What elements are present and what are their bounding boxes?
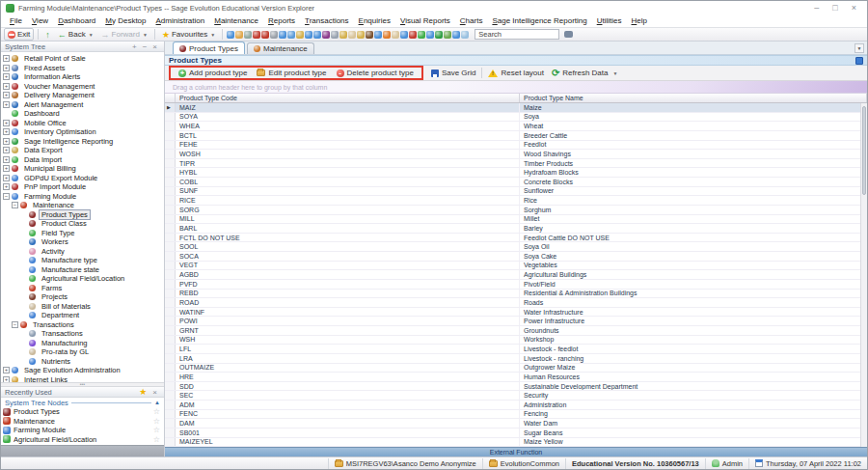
tree-expander-icon[interactable]: + xyxy=(3,165,10,172)
table-row[interactable]: ROAD Roads xyxy=(165,298,860,308)
quick-launch-icon[interactable] xyxy=(244,31,252,39)
table-row[interactable]: BARL Barley xyxy=(165,224,860,234)
table-row[interactable]: WHEA Wheat xyxy=(165,122,860,131)
quick-launch-icon[interactable] xyxy=(287,31,295,39)
vertical-scrollbar[interactable] xyxy=(860,103,867,447)
quick-launch-icon[interactable] xyxy=(444,31,451,39)
quick-launch-icon[interactable] xyxy=(279,31,286,39)
table-row[interactable]: MAIZEYEL Maize Yellow xyxy=(165,438,860,448)
table-row[interactable]: SUNF Sunflower xyxy=(165,187,860,197)
quick-launch-icon[interactable] xyxy=(383,31,391,39)
recently-used-item[interactable]: Farming Module ☆ xyxy=(1,426,164,435)
menu-item[interactable]: Help xyxy=(627,16,652,25)
quick-launch-icon[interactable] xyxy=(305,31,312,39)
quick-launch-icon[interactable] xyxy=(409,31,417,39)
quick-launch-icon[interactable] xyxy=(400,31,408,39)
table-row[interactable]: REBD Residential & Administration Buildi… xyxy=(165,290,860,299)
column-header-name[interactable]: Product Type Name xyxy=(520,94,867,102)
tree-item[interactable]: Field Type xyxy=(1,229,164,238)
tree-item[interactable]: Pro-rata by GL xyxy=(1,347,164,357)
maximize-button[interactable]: □ xyxy=(832,4,837,13)
tree-item[interactable]: Product Class xyxy=(1,219,164,229)
menu-item[interactable]: Charts xyxy=(455,16,488,25)
table-row[interactable]: BCTL Breeder Cattle xyxy=(165,131,860,141)
recently-used-item[interactable]: Agricultural Field/Location ☆ xyxy=(1,435,164,445)
table-row[interactable]: FEHE Feedlot xyxy=(165,141,860,151)
quick-launch-icon[interactable] xyxy=(392,31,399,39)
quick-launch-icon[interactable] xyxy=(235,31,243,39)
table-row[interactable]: TIPR Timber Products xyxy=(165,159,860,169)
table-row[interactable]: HYBL Hydrafoam Blocks xyxy=(165,168,860,178)
tree-expander-icon[interactable]: + xyxy=(3,92,10,98)
group-by-drop-zone[interactable]: Drag a column header here to group by th… xyxy=(165,81,867,94)
table-row[interactable]: WSH Workshop xyxy=(165,336,860,346)
recently-used-item[interactable]: Maintenance ☆ xyxy=(1,417,164,427)
quick-launch-icon[interactable] xyxy=(339,31,347,39)
menu-item[interactable]: Reports xyxy=(263,16,300,25)
table-row[interactable]: MAIZ Maize xyxy=(165,103,860,113)
tree-expander-icon[interactable]: − xyxy=(12,321,18,328)
quick-launch-icon[interactable] xyxy=(452,31,460,39)
tree-expander-icon[interactable]: + xyxy=(3,156,10,163)
tab-list-dropdown-button[interactable]: ▼ xyxy=(854,43,864,53)
tree-item[interactable]: − Farming Module xyxy=(1,192,164,202)
tree-expander-icon[interactable]: + xyxy=(3,147,10,153)
tree-expander-icon[interactable]: + xyxy=(3,73,10,80)
tree-item[interactable]: Department xyxy=(1,311,164,320)
quick-launch-icon[interactable] xyxy=(374,31,382,39)
quick-launch-icon[interactable] xyxy=(322,31,330,39)
tree-expander-icon[interactable]: + xyxy=(3,101,10,108)
table-row[interactable]: PVFD Pivot/Field xyxy=(165,280,860,290)
table-row[interactable]: RICE Rice xyxy=(165,196,860,206)
quick-launch-icon[interactable] xyxy=(270,31,278,39)
refresh-data-button[interactable]: ⟳ Refresh Data xyxy=(548,69,612,77)
panel-window-icon[interactable] xyxy=(855,57,863,65)
up-button[interactable]: ↑ xyxy=(42,28,53,41)
favourite-star-icon[interactable]: ★ xyxy=(136,388,149,397)
system-tree-nodes-section[interactable]: System Tree Nodes ▲ xyxy=(1,398,164,407)
table-row[interactable]: WOSH Wood Shavings xyxy=(165,150,860,159)
tab[interactable]: Product Types xyxy=(173,41,245,54)
table-row[interactable]: MILL Millet xyxy=(165,215,860,225)
tree-expander-icon[interactable]: + xyxy=(3,120,10,126)
table-row[interactable]: FENC Fencing xyxy=(165,410,860,420)
tree-expander-icon[interactable]: + xyxy=(3,65,10,71)
tree-expander-icon[interactable]: + xyxy=(3,128,10,135)
table-row[interactable]: SOCA Soya Cake xyxy=(165,252,860,262)
save-grid-button[interactable]: Save Grid xyxy=(427,69,480,77)
quick-launch-icon[interactable] xyxy=(348,31,356,39)
collapse-all-button[interactable]: − xyxy=(140,42,150,51)
quick-launch-icon[interactable] xyxy=(461,31,469,39)
back-button[interactable]: ← Back ▼ xyxy=(55,28,96,41)
quick-launch-icon[interactable] xyxy=(313,31,321,39)
pin-star-icon[interactable]: ☆ xyxy=(153,435,160,444)
search-input[interactable] xyxy=(475,29,559,40)
table-row[interactable]: COBL Concrete Blocks xyxy=(165,178,860,187)
tree-expander-icon[interactable]: + xyxy=(3,83,10,90)
menu-item[interactable]: View xyxy=(27,16,53,25)
table-row[interactable]: HRE Human Resources xyxy=(165,373,860,382)
pin-star-icon[interactable]: ☆ xyxy=(153,407,160,416)
table-row[interactable]: SORG Sorghum xyxy=(165,206,860,215)
recently-used-item[interactable]: Product Types ☆ xyxy=(1,407,164,417)
delete-product-type-button[interactable]: - Delete product type xyxy=(333,69,418,77)
favourites-button[interactable]: ★ Favourites ▼ xyxy=(159,28,218,41)
tree-item[interactable]: Agricultural Field/Location xyxy=(1,274,164,284)
table-row[interactable]: WATINF Water Infrastructure xyxy=(165,308,860,318)
minimize-button[interactable]: – xyxy=(814,4,819,13)
menu-item[interactable]: Visual Reports xyxy=(395,16,455,25)
pin-star-icon[interactable]: ☆ xyxy=(153,426,160,434)
close-panel-button[interactable]: × xyxy=(149,388,160,397)
tab[interactable]: Maintenance xyxy=(247,42,314,54)
quick-launch-icon[interactable] xyxy=(227,31,234,39)
menu-item[interactable]: My Desktop xyxy=(100,16,150,25)
add-product-type-button[interactable]: + Add product type xyxy=(175,69,251,77)
expand-all-button[interactable]: + xyxy=(129,42,140,51)
reset-layout-button[interactable]: Reset layout xyxy=(484,69,547,77)
tree-expander-icon[interactable]: + xyxy=(3,138,10,145)
pin-star-icon[interactable]: ☆ xyxy=(153,417,160,426)
quick-launch-icon[interactable] xyxy=(261,31,269,39)
edit-product-type-button[interactable]: Edit product type xyxy=(253,69,330,77)
menu-item[interactable]: File xyxy=(5,16,27,25)
table-row[interactable]: SOOL Soya Oil xyxy=(165,242,860,252)
